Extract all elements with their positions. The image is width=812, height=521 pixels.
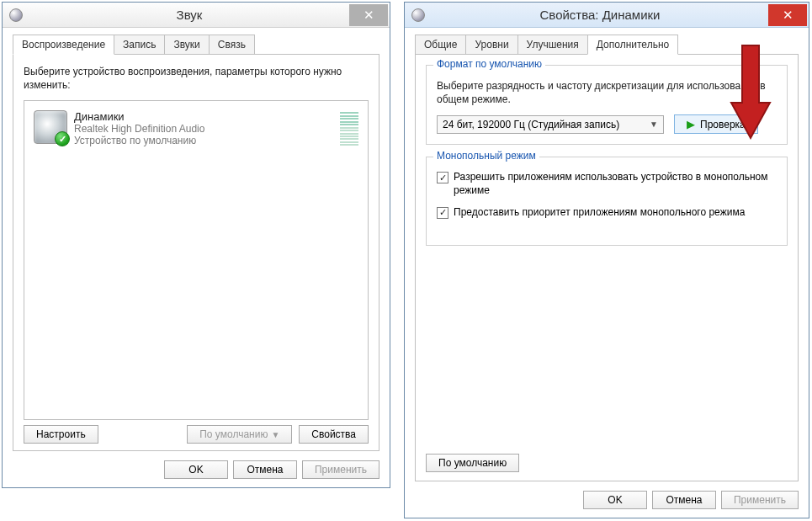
format-description: Выберите разрядность и частоту дискретиз… — [437, 79, 777, 106]
sound-dialog: Звук ✕ Воспроизведение Запись Звуки Связ… — [2, 2, 390, 488]
set-default-button[interactable]: По умолчанию▼ — [187, 425, 292, 444]
group-legend: Формат по умолчанию — [433, 58, 545, 70]
set-default-label: По умолчанию — [199, 428, 268, 440]
device-info: Динамики Realtek High Definition Audio У… — [74, 110, 333, 146]
close-icon[interactable]: ✕ — [349, 4, 388, 26]
tab-recording[interactable]: Запись — [114, 35, 165, 55]
level-meter-icon — [340, 110, 358, 147]
chevron-down-icon: ▼ — [271, 430, 279, 439]
exclusive-priority-checkbox[interactable]: ✓ — [437, 207, 448, 219]
format-select[interactable]: 24 бит, 192000 Гц (Студийная запись) ▼ — [437, 115, 664, 134]
tab-enhancements[interactable]: Улучшения — [517, 35, 588, 55]
format-selected-value: 24 бит, 192000 Гц (Студийная запись) — [443, 119, 619, 130]
device-name: Динамики — [74, 110, 333, 123]
ok-button[interactable]: OK — [583, 491, 647, 509]
restore-defaults-button[interactable]: По умолчанию — [426, 454, 519, 472]
tabstrip: Общие Уровни Улучшения Дополнительно — [415, 35, 799, 55]
exclusive-mode-group: Монопольный режим ✓ Разрешить приложения… — [426, 157, 788, 246]
dialog-footer: OK Отмена Применить — [583, 491, 799, 509]
tab-playback[interactable]: Воспроизведение — [13, 35, 114, 55]
properties-button[interactable]: Свойства — [299, 425, 369, 444]
configure-button[interactable]: Настроить — [24, 425, 98, 444]
group-legend: Монопольный режим — [433, 150, 539, 162]
close-icon[interactable]: ✕ — [768, 4, 807, 26]
tabpanel-playback: Выберите устройство воспроизведения, пар… — [13, 54, 379, 451]
checkmark-icon: ✓ — [55, 131, 70, 146]
exclusive-priority-label: Предоставить приоритет приложениям моноп… — [454, 206, 745, 220]
instruction-text: Выберите устройство воспроизведения, пар… — [24, 65, 369, 92]
tab-levels[interactable]: Уровни — [465, 35, 517, 55]
apply-button[interactable]: Применить — [721, 491, 799, 509]
window-title: Свойства: Динамики — [432, 8, 768, 22]
properties-dialog: Свойства: Динамики ✕ Общие Уровни Улучше… — [404, 2, 809, 518]
device-status: Устройство по умолчанию — [74, 135, 333, 146]
cancel-button[interactable]: Отмена — [233, 460, 297, 479]
window-title: Звук — [29, 8, 349, 22]
titlebar[interactable]: Звук ✕ — [3, 3, 390, 28]
allow-exclusive-checkbox[interactable]: ✓ — [437, 172, 448, 183]
cancel-button[interactable]: Отмена — [652, 491, 716, 509]
allow-exclusive-label: Разрешить приложениям использовать устро… — [454, 171, 777, 197]
tabstrip: Воспроизведение Запись Звуки Связь — [13, 35, 379, 55]
titlebar[interactable]: Свойства: Динамики ✕ — [405, 3, 809, 28]
dialog-footer: OK Отмена Применить — [164, 460, 379, 479]
tab-general[interactable]: Общие — [415, 35, 466, 55]
tab-advanced[interactable]: Дополнительно — [587, 35, 678, 55]
default-format-group: Формат по умолчанию Выберите разрядность… — [426, 65, 788, 145]
sound-app-icon — [411, 8, 425, 22]
ok-button[interactable]: OK — [164, 460, 228, 479]
chevron-down-icon: ▼ — [650, 120, 658, 129]
device-list[interactable]: ✓ Динамики Realtek High Definition Audio… — [24, 100, 369, 420]
tab-communications[interactable]: Связь — [209, 35, 255, 55]
test-button[interactable]: ▶ Проверка — [674, 114, 758, 134]
sound-app-icon — [9, 8, 23, 22]
play-icon: ▶ — [687, 118, 695, 130]
apply-button[interactable]: Применить — [302, 460, 379, 479]
tab-sounds[interactable]: Звуки — [164, 35, 209, 55]
test-label: Проверка — [700, 119, 746, 130]
device-subtitle: Realtek High Definition Audio — [74, 123, 333, 135]
speaker-icon: ✓ — [34, 110, 67, 144]
list-item[interactable]: ✓ Динамики Realtek High Definition Audio… — [28, 104, 364, 153]
tabpanel-advanced: Формат по умолчанию Выберите разрядность… — [415, 54, 799, 481]
